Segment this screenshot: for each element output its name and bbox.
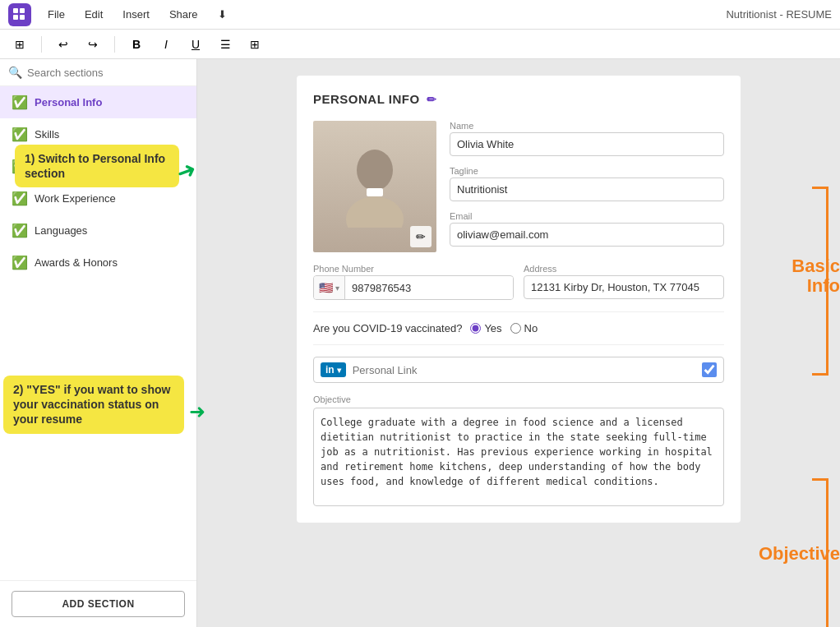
sidebar-footer: ADD SECTION <box>0 580 196 627</box>
content-area: PERSONAL INFO ✏ ✏ <box>197 59 840 627</box>
add-section-button[interactable]: ADD SECTION <box>12 591 185 617</box>
section-title: PERSONAL INFO <box>313 92 420 106</box>
linkedin-icon: in <box>325 364 335 376</box>
app-logo[interactable] <box>8 3 31 26</box>
sidebar-item-languages[interactable]: ✅ Languages <box>0 214 196 247</box>
linkedin-row: in ▾ <box>313 357 724 383</box>
check-icon-awards: ✅ <box>12 255 28 270</box>
photo-edit-button[interactable]: ✏ <box>410 226 432 247</box>
menu-download[interactable]: ⬇ <box>215 7 230 22</box>
callout-2: 2) "YES" if you want to show your vaccin… <box>3 376 184 434</box>
phone-input[interactable] <box>345 277 513 299</box>
section-header: PERSONAL INFO ✏ <box>313 92 724 106</box>
tagline-label: Tagline <box>450 166 724 176</box>
email-input[interactable] <box>450 223 724 247</box>
search-input[interactable] <box>27 67 188 79</box>
svg-point-5 <box>346 196 404 228</box>
menu-file[interactable]: File <box>44 7 68 22</box>
objective-group: Objective College graduate with a degree… <box>313 394 724 506</box>
underline-button[interactable]: U <box>184 33 207 56</box>
check-icon-languages: ✅ <box>12 223 28 238</box>
objective-textarea[interactable]: College graduate with a degree in food s… <box>313 408 724 506</box>
fields-col: Name Tagline Email <box>450 121 724 252</box>
address-label: Address <box>524 264 724 274</box>
covid-yes-option[interactable]: Yes <box>470 322 501 334</box>
objective-label: Objective <box>313 394 724 404</box>
name-input[interactable] <box>450 132 724 156</box>
menu-bar: File Edit Insert Share ⬇ Nutritionist - … <box>0 0 840 30</box>
covid-no-radio[interactable] <box>510 323 521 334</box>
email-field-group: Email <box>450 211 724 247</box>
bracket-basic-info-label: BasicInfo <box>792 256 840 296</box>
address-input[interactable] <box>524 275 724 299</box>
search-icon: 🔍 <box>8 66 22 79</box>
flag-arrow-icon: ▾ <box>335 284 339 293</box>
check-icon-work: ✅ <box>12 191 28 206</box>
flag-icon: 🇺🇸 <box>319 281 333 294</box>
covid-no-label: No <box>524 322 538 334</box>
svg-rect-6 <box>367 188 383 196</box>
check-icon-skills: ✅ <box>12 127 28 142</box>
sidebar-item-awards[interactable]: ✅ Awards & Honors <box>0 247 196 279</box>
name-field-group: Name <box>450 121 724 156</box>
phone-field-group: Phone Number 🇺🇸 ▾ <box>313 264 514 300</box>
edit-icon[interactable]: ✏ <box>427 93 437 106</box>
phone-address-row: Phone Number 🇺🇸 ▾ Address <box>313 264 724 300</box>
svg-rect-0 <box>13 8 18 13</box>
covid-yes-label: Yes <box>484 322 501 334</box>
toolbar-separator-1 <box>41 36 42 53</box>
flag-select[interactable]: 🇺🇸 ▾ <box>314 276 345 299</box>
grid-button[interactable]: ⊞ <box>8 33 31 56</box>
sidebar-item-label-personal: Personal Info <box>35 96 102 108</box>
svg-rect-2 <box>13 15 18 20</box>
sidebar-item-personal-info[interactable]: ✅ Personal Info <box>0 86 196 118</box>
covid-row: Are you COVID-19 vaccinated? Yes No <box>313 311 724 345</box>
covid-yes-radio[interactable] <box>470 323 481 334</box>
bracket-objective-label: Objective <box>759 544 840 564</box>
bullet-button[interactable]: ☰ <box>214 33 237 56</box>
bold-button[interactable]: B <box>125 33 148 56</box>
app-title: Nutritionist - RESUME <box>726 8 832 21</box>
check-icon-personal: ✅ <box>12 95 28 110</box>
main-layout: 🔍 ✅ Personal Info ✅ Skills ✅ Education ✅… <box>0 59 840 627</box>
sidebar-item-label-awards: Awards & Honors <box>35 256 118 269</box>
form-panel: PERSONAL INFO ✏ ✏ <box>297 76 741 523</box>
undo-button[interactable]: ↩ <box>52 33 75 56</box>
menu-insert[interactable]: Insert <box>119 7 153 22</box>
redo-button[interactable]: ↪ <box>81 33 104 56</box>
linkedin-arrow-icon: ▾ <box>337 366 341 375</box>
name-label: Name <box>450 121 724 131</box>
menu-share[interactable]: Share <box>166 7 201 22</box>
toolbar: ⊞ ↩ ↪ B I U ☰ ⊞ <box>0 30 840 59</box>
sidebar-item-label-work: Work Experience <box>35 192 116 205</box>
italic-button[interactable]: I <box>155 33 178 56</box>
tagline-input[interactable] <box>450 177 724 201</box>
email-label: Email <box>450 211 724 221</box>
phone-label: Phone Number <box>313 264 514 274</box>
toolbar-separator-2 <box>114 36 115 53</box>
sidebar-item-label-languages: Languages <box>35 224 87 237</box>
tagline-field-group: Tagline <box>450 166 724 201</box>
linkedin-input[interactable] <box>353 364 695 376</box>
phone-input-wrapper: 🇺🇸 ▾ <box>313 275 514 300</box>
top-row: ✏ Name Tagline Email <box>313 121 724 252</box>
profile-photo-container: ✏ <box>313 121 436 252</box>
svg-rect-3 <box>20 15 25 20</box>
covid-no-option[interactable]: No <box>510 322 538 334</box>
address-field-group: Address <box>524 264 724 300</box>
svg-point-4 <box>357 150 393 191</box>
svg-rect-1 <box>20 8 25 13</box>
sidebar-item-label-skills: Skills <box>35 128 59 141</box>
covid-question: Are you COVID-19 vaccinated? <box>313 322 462 334</box>
table-button[interactable]: ⊞ <box>243 33 266 56</box>
callout-1: 1) Switch to Personal Info section <box>15 145 179 187</box>
search-box: 🔍 <box>0 59 196 86</box>
green-arrow-2-icon: ➜ <box>189 400 205 423</box>
linkedin-checkbox[interactable] <box>702 362 717 377</box>
linkedin-badge[interactable]: in ▾ <box>321 362 346 377</box>
menu-edit[interactable]: Edit <box>81 7 106 22</box>
